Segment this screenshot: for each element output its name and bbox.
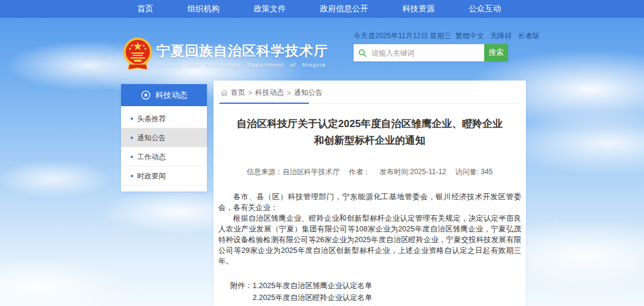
sidebar-item-current-politics[interactable]: 时政要闻 [121,166,207,186]
article-title-line2: 和创新型标杆企业的通知 [236,132,503,149]
article-title: 自治区科技厅关于认定2025年度自治区雏鹰企业、瞪羚企业 和创新型标杆企业的通知 [218,116,521,149]
article-meta: 信息来源：自治区科学技术厅 作者： 发布时间:2025-11-12 访问量: 3… [218,167,521,177]
lang-link-traditional-chinese[interactable]: 繁體中文 [456,32,484,40]
bullet-icon [131,156,133,158]
article-title-line1: 自治区科技厅关于认定2025年度自治区雏鹰企业、瞪羚企业 [236,116,503,132]
breadcrumb-home[interactable]: 首页 [231,88,245,98]
page: 首页 组织机构 政策文件 政府信息公开 科技资源 公众互动 宁夏回族自治区科学技… [0,0,644,306]
lang-links: 繁體中文 无障碍 长者版 [451,31,540,41]
meta-visit-count: 访问量: 345 [456,168,493,176]
nav-item-sci-tech-resources[interactable]: 科技资源 [402,4,435,14]
sidebar: 科技动态 头条推荐 通知公告 工作动态 时政要闻 [121,84,207,191]
top-nav-menu: 首页 组织机构 政策文件 政府信息公开 科技资源 公众互动 [137,0,501,18]
bullet-icon [131,118,133,120]
main-content-panel: 首页 > 科技动态 > 通知公告 自治区科技厅关于认定2025年度自治区雏鹰企业… [213,81,526,306]
sidebar-item-notices[interactable]: 通知公告 [121,128,207,147]
bullet-icon [131,137,133,139]
search-button[interactable]: 搜索 [484,44,508,61]
search-input-area [354,44,484,61]
attachment-link-eagle-list[interactable]: 1.2025年度自治区雏鹰企业认定名单 [253,280,395,292]
site-subtitle: Science and Technology Department of Nin… [157,61,326,68]
breadcrumb: 首页 > 科技动态 > 通知公告 [219,81,520,104]
breadcrumb-separator: > [287,89,291,97]
sidebar-item-label: 时政要闻 [137,172,166,180]
article-paragraph: 根据自治区雏鹰企业、瞪羚企业和创新型标杆企业认定管理有关规定，决定认定半亩良人农… [218,213,521,267]
top-nav: 首页 组织机构 政策文件 政府信息公开 科技资源 公众互动 [0,0,644,18]
breadcrumb-sci-tech-news[interactable]: 科技动态 [255,88,284,98]
sidebar-item-work-trends[interactable]: 工作动态 [121,147,207,166]
header-meta-row: 今天是2025年11月12日 星期三 繁體中文 无障碍 长者版 [354,31,523,41]
search-icon [358,49,367,57]
site-title: 宁夏回族自治区科学技术厅 [156,42,328,60]
lang-link-elderly-version[interactable]: 长者版 [518,32,540,40]
sidebar-title: 科技动态 [156,90,188,101]
attachment-link-gazelle-list[interactable]: 2.2025年度自治区瞪羚企业认定名单 [253,292,395,304]
circled-star-icon [141,90,151,100]
article-body: 各市、县（区）科技管理部门，宁东能源化工基地管委会，银川经济技术开发区管委会，各… [218,191,521,267]
article-paragraph: 各市、县（区）科技管理部门，宁东能源化工基地管委会，银川经济技术开发区管委会，各… [218,191,521,213]
attachments-label: 附件： [230,280,253,306]
nav-item-policy-documents[interactable]: 政策文件 [253,4,286,14]
nav-item-gov-info-disclosure[interactable]: 政府信息公开 [320,4,369,14]
sidebar-item-label: 通知公告 [137,134,166,142]
meta-publish-time: 发布时间:2025-11-12 [379,168,446,176]
sidebar-item-label: 头条推荐 [137,115,166,123]
national-emblem-logo [122,36,154,73]
sidebar-list: 头条推荐 通知公告 工作动态 时政要闻 [121,106,207,186]
attachment-link-benchmark-list[interactable]: 3.2025年度自治区创新型标杆企业认定名单 [253,304,395,306]
lang-link-accessibility[interactable]: 无障碍 [490,32,512,40]
date-text: 今天是2025年11月12日 星期三 [354,31,451,41]
home-icon [221,89,228,97]
sidebar-item-label: 工作动态 [137,153,166,161]
search-bar: 搜索 [354,44,508,61]
breadcrumb-active-underline [219,103,309,104]
attachments-section: 附件： 1.2025年度自治区雏鹰企业认定名单 2.2025年度自治区瞪羚企业认… [230,280,521,306]
breadcrumb-notices[interactable]: 通知公告 [294,88,323,98]
search-input[interactable] [370,48,484,58]
meta-author: 作者： [349,168,370,176]
sidebar-item-headlines[interactable]: 头条推荐 [121,109,207,128]
nav-item-organization[interactable]: 组织机构 [187,4,219,14]
bullet-icon [131,175,133,177]
attachments-list: 1.2025年度自治区雏鹰企业认定名单 2.2025年度自治区瞪羚企业认定名单 … [253,280,395,306]
breadcrumb-separator: > [248,89,252,97]
sidebar-header: 科技动态 [121,84,207,106]
nav-item-public-interaction[interactable]: 公众互动 [469,4,501,14]
nav-item-home[interactable]: 首页 [137,4,153,14]
meta-source: 信息来源：自治区科学技术厅 [247,168,340,176]
